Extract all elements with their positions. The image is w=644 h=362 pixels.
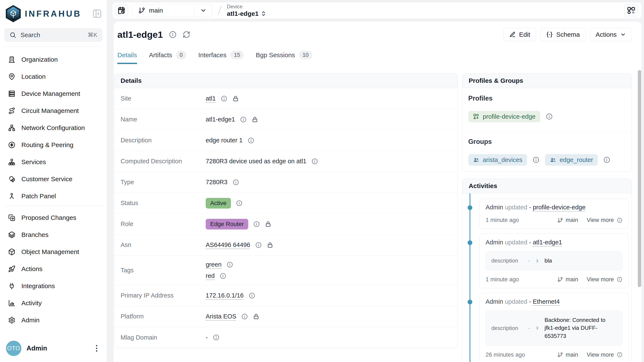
info-icon[interactable]: [220, 273, 226, 279]
info-icon[interactable]: [312, 158, 318, 165]
time-travel-button[interactable]: [114, 4, 128, 16]
tag-link[interactable]: green: [206, 261, 222, 268]
info-icon[interactable]: [227, 261, 233, 268]
activity-title: Admin updated - Ethernet4: [486, 298, 622, 305]
info-icon[interactable]: [169, 31, 176, 38]
tab-label: Bgp Sessions: [256, 51, 295, 59]
schema-button[interactable]: Schema: [540, 28, 586, 41]
sidebar-item-services[interactable]: Services: [0, 154, 107, 171]
sidebar-item-admin[interactable]: Admin: [0, 312, 107, 329]
activity-target-link[interactable]: Ethernet4: [533, 298, 560, 305]
sidebar-item-label: Location: [22, 73, 46, 80]
sidebar-item-location[interactable]: Location: [0, 68, 107, 85]
tab-artifacts[interactable]: Artifacts0: [149, 51, 186, 64]
tab-interfaces[interactable]: Interfaces15: [198, 51, 244, 64]
sidebar-item-customer-service[interactable]: Customer Service: [0, 171, 107, 188]
value-text: -: [206, 334, 208, 341]
detail-row-name: Nameatl1-edge1: [114, 109, 458, 130]
refresh-icon[interactable]: [182, 31, 190, 38]
tab-label: Interfaces: [198, 51, 227, 59]
info-icon[interactable]: [213, 334, 219, 341]
actions-button[interactable]: Actions: [590, 28, 632, 41]
info-icon[interactable]: [240, 116, 246, 123]
activity-branch[interactable]: main: [558, 276, 578, 283]
activity-target-link[interactable]: atl1-edge1: [533, 239, 562, 246]
detail-row-platform: PlatformArista EOS: [114, 306, 458, 327]
value-link[interactable]: Arista EOS: [206, 313, 236, 320]
view-more-button[interactable]: View more: [587, 352, 622, 358]
brand-name: INFRAHUB: [25, 9, 92, 18]
user-menu[interactable]: OTO Admin: [0, 336, 107, 362]
details-card-title: Details: [114, 74, 458, 88]
view-more-button[interactable]: View more: [587, 217, 622, 223]
detail-label: Tags: [114, 267, 206, 274]
activity-separator: -: [529, 239, 531, 246]
sidebar-item-proposed-changes[interactable]: Proposed Changes: [0, 209, 107, 226]
info-icon[interactable]: [221, 95, 227, 102]
activity-action: updated: [505, 239, 527, 246]
status-badge: Active: [206, 198, 231, 208]
activity-action: updated: [505, 298, 527, 305]
edit-button[interactable]: Edit: [504, 28, 536, 41]
activity-target-link[interactable]: profile-device-edge: [533, 204, 586, 211]
info-icon[interactable]: [236, 200, 242, 206]
sidebar-item-circuit-management[interactable]: Circuit Management: [0, 102, 107, 119]
collapse-sidebar-icon[interactable]: [92, 9, 102, 18]
info-icon: [617, 217, 622, 223]
sidebar-item-actions[interactable]: Actions: [0, 260, 107, 277]
sidebar-item-integrations[interactable]: Integrations: [0, 277, 107, 295]
view-more-button[interactable]: View more: [587, 276, 622, 283]
sitemap-icon: [8, 158, 16, 166]
sidebar-item-organization[interactable]: Organization: [0, 51, 107, 68]
info-icon[interactable]: [233, 179, 239, 185]
tag-item: red: [206, 272, 226, 279]
info-icon[interactable]: [242, 313, 248, 320]
tab-bgp-sessions[interactable]: Bgp Sessions10: [256, 51, 312, 64]
sidebar-item-object-management[interactable]: Object Management: [0, 243, 107, 260]
detail-label: Description: [114, 137, 206, 144]
breadcrumb-separator: [218, 6, 222, 15]
value-link[interactable]: atl1: [206, 95, 216, 102]
sidebar-item-patch-panel[interactable]: Patch Panel: [0, 188, 107, 205]
search-input[interactable]: Search ⌘K: [4, 28, 102, 42]
activity-card: Admin updated - atl1-edge1description-bl…: [479, 233, 628, 288]
value-link[interactable]: 172.16.0.1/16: [206, 292, 244, 299]
user-options-icon[interactable]: [92, 344, 101, 353]
info-icon[interactable]: [248, 137, 254, 144]
info-icon[interactable]: [604, 157, 610, 163]
value-link[interactable]: AS64496 64496: [206, 241, 250, 248]
sidebar-item-device-management[interactable]: Device Management: [0, 85, 107, 102]
tab-details[interactable]: Details: [118, 51, 137, 64]
lock-icon: [232, 95, 239, 102]
info-icon[interactable]: [249, 292, 255, 299]
network-icon: [8, 124, 16, 132]
branch-dropdown-button[interactable]: [194, 5, 212, 16]
sidebar-item-label: Actions: [22, 265, 42, 273]
gear-icon: [8, 317, 16, 324]
activity-branch[interactable]: main: [558, 352, 578, 358]
sidebar-item-activity[interactable]: Activity: [0, 295, 107, 312]
tag-link[interactable]: red: [206, 272, 215, 279]
group-chip[interactable]: edge_router: [545, 154, 598, 166]
info-icon[interactable]: [255, 242, 262, 248]
branch-selector[interactable]: main: [132, 4, 212, 16]
info-icon[interactable]: [253, 221, 260, 227]
info-icon[interactable]: [546, 113, 553, 120]
actions-button-label: Actions: [596, 31, 617, 38]
activity-branch[interactable]: main: [558, 217, 578, 223]
workflow-view-button[interactable]: [624, 4, 638, 17]
sidebar-item-routing-peering[interactable]: Routing & Peering: [0, 136, 107, 154]
chevron-right-icon: [535, 258, 540, 263]
sidebar-item-branches[interactable]: Branches: [0, 226, 107, 243]
detail-row-type: Type7280R3: [114, 172, 458, 193]
sidebar-item-network-configuration[interactable]: Network Configuration: [0, 119, 107, 136]
groups-section-title: Groups: [468, 138, 626, 146]
search-placeholder: Search: [20, 32, 84, 39]
scrollbar[interactable]: [638, 70, 641, 287]
diff-property: description: [491, 325, 524, 332]
profile-chip[interactable]: profile-device-edge: [468, 111, 540, 122]
breadcrumb-object-selector[interactable]: atl1-edge1: [227, 10, 266, 17]
info-icon[interactable]: [532, 157, 540, 163]
detail-value: Active: [206, 198, 242, 208]
group-chip[interactable]: arista_devices: [468, 154, 527, 166]
